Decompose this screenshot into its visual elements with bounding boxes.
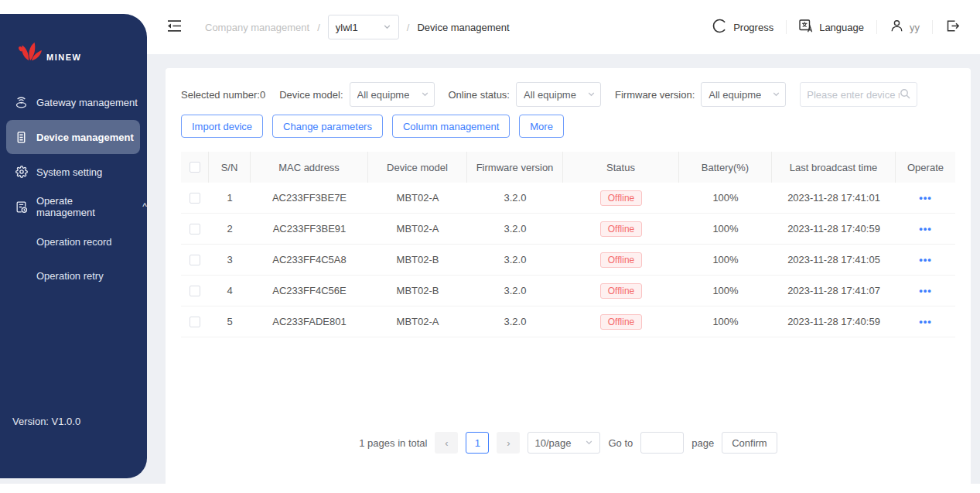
sidebar-subitem-label: Operation record xyxy=(36,236,112,248)
device-search-box xyxy=(800,82,917,107)
goto-label: Go to xyxy=(608,437,633,449)
more-actions-icon[interactable]: ••• xyxy=(919,316,932,327)
breadcrumb-root: Company management xyxy=(205,22,309,33)
header-sn: S/N xyxy=(209,152,251,183)
cell-last-broadcast-time: 2023-11-28 17:41:05 xyxy=(772,245,896,275)
divider xyxy=(786,20,787,34)
row-checkbox[interactable] xyxy=(190,193,200,204)
header-device-model: Device model xyxy=(368,152,467,183)
page-number-1[interactable]: 1 xyxy=(466,432,489,454)
total-pages-label: 1 pages in total xyxy=(359,437,427,449)
sidebar-item-gateway-management[interactable]: Gateway management xyxy=(0,85,147,119)
cell-mac-address: AC233FF4C56E xyxy=(251,276,368,306)
topbar-actions: Progress Language yy xyxy=(712,18,960,36)
cell-mac-address: AC233FF3BE7E xyxy=(251,183,368,213)
more-actions-icon[interactable]: ••• xyxy=(919,192,932,204)
row-checkbox[interactable] xyxy=(190,317,200,327)
firmware-version-select[interactable]: All equipme xyxy=(701,82,786,107)
change-parameters-button[interactable]: Change parameters xyxy=(272,115,383,138)
status-badge: Offline xyxy=(600,314,642,330)
cell-battery: 100% xyxy=(679,306,772,337)
cell-firmware-version: 3.2.0 xyxy=(467,245,563,275)
operation-record-icon xyxy=(15,200,28,214)
confirm-button[interactable]: Confirm xyxy=(722,432,777,454)
filter-bar: Selected number:0 Device model: All equi… xyxy=(181,82,955,107)
cell-sn: 4 xyxy=(209,276,251,306)
page-size-select[interactable]: 10/page xyxy=(528,432,600,454)
table-row: 1 AC233FF3BE7E MBT02-A 3.2.0 Offline 100… xyxy=(181,183,955,214)
more-actions-icon[interactable]: ••• xyxy=(919,254,932,265)
cell-last-broadcast-time: 2023-11-28 17:40:59 xyxy=(772,306,896,337)
sidebar-item-label: Gateway management xyxy=(36,97,138,108)
online-status-select[interactable]: All equipme xyxy=(516,82,601,107)
firmware-version-value: All equipme xyxy=(709,89,761,101)
sidebar-subitem-operation-retry[interactable]: Operation retry xyxy=(0,258,147,293)
row-checkbox[interactable] xyxy=(190,255,200,265)
select-all-checkbox[interactable] xyxy=(190,162,200,173)
cell-firmware-version: 3.2.0 xyxy=(467,276,563,306)
breadcrumb-current: Device management xyxy=(417,22,509,33)
topbar: Company management / ylwl1 / Device mana… xyxy=(0,0,980,54)
cell-sn: 3 xyxy=(209,245,251,275)
cell-sn: 5 xyxy=(209,306,251,337)
cell-sn: 1 xyxy=(209,183,251,213)
header-battery: Battery(%) xyxy=(679,152,772,183)
username: yy xyxy=(910,22,920,33)
gear-icon xyxy=(15,166,28,178)
cell-firmware-version: 3.2.0 xyxy=(467,306,563,337)
cell-firmware-version: 3.2.0 xyxy=(467,183,563,213)
selected-number-label: Selected number:0 xyxy=(181,89,265,101)
cell-device-model: MBT02-B xyxy=(368,276,467,306)
progress-button[interactable]: Progress xyxy=(712,18,773,36)
cell-firmware-version: 3.2.0 xyxy=(467,214,563,244)
translate-icon xyxy=(799,19,814,36)
sidebar: MINEW Gateway management Device manag xyxy=(0,14,147,478)
device-model-value: All equipme xyxy=(357,89,410,101)
sidebar-item-operate-management[interactable]: Operate management^ xyxy=(0,190,147,224)
collapse-sidebar-button[interactable] xyxy=(167,19,182,35)
minew-logo-icon xyxy=(17,39,43,65)
prev-page-button[interactable]: ‹ xyxy=(435,432,458,454)
status-badge: Offline xyxy=(600,283,642,299)
logout-button[interactable] xyxy=(945,19,960,36)
device-model-select[interactable]: All equipme xyxy=(350,82,435,107)
more-button[interactable]: More xyxy=(519,115,564,138)
cell-battery: 100% xyxy=(679,214,772,244)
divider xyxy=(932,20,933,34)
row-checkbox[interactable] xyxy=(190,286,200,296)
sidebar-subitem-operation-record[interactable]: Operation record xyxy=(0,224,147,258)
header-last-broadcast-time: Last broadcast time xyxy=(772,152,896,183)
header-operate: Operate xyxy=(896,152,955,183)
device-search-input[interactable] xyxy=(807,89,900,101)
user-menu[interactable]: yy xyxy=(890,19,920,36)
table-row: 4 AC233FF4C56E MBT02-B 3.2.0 Offline 100… xyxy=(181,276,955,306)
column-management-button[interactable]: Column management xyxy=(392,115,510,138)
user-icon xyxy=(890,19,904,36)
status-badge: Offline xyxy=(600,190,642,206)
device-management-panel: Selected number:0 Device model: All equi… xyxy=(166,68,971,493)
language-button[interactable]: Language xyxy=(799,19,864,36)
breadcrumb: Company management / ylwl1 / Device mana… xyxy=(205,15,510,39)
more-actions-icon[interactable]: ••• xyxy=(919,285,932,296)
goto-page-input[interactable] xyxy=(640,432,684,454)
sidebar-item-label: Operate management xyxy=(36,195,133,218)
row-checkbox[interactable] xyxy=(190,224,200,235)
company-select[interactable]: ylwl1 xyxy=(328,15,399,39)
chevron-down-icon xyxy=(772,89,780,101)
table-row: 5 AC233FADE801 MBT02-A 3.2.0 Offline 100… xyxy=(181,306,955,337)
import-device-button[interactable]: Import device xyxy=(181,115,263,138)
cell-battery: 100% xyxy=(679,276,772,306)
breadcrumb-separator: / xyxy=(407,22,410,33)
search-icon[interactable] xyxy=(900,88,910,101)
more-actions-icon[interactable]: ••• xyxy=(919,223,932,235)
sidebar-item-system-setting[interactable]: System setting xyxy=(0,155,147,189)
sidebar-item-device-management[interactable]: Device management xyxy=(6,120,140,154)
version-label: Version: V1.0.0 xyxy=(12,416,80,427)
gateway-icon xyxy=(15,96,28,109)
logout-icon xyxy=(945,19,960,36)
table-row: 2 AC233FF3BE91 MBT02-A 3.2.0 Offline 100… xyxy=(181,214,955,245)
header-mac-address: MAC address xyxy=(251,152,368,183)
collapse-caret-icon: ^ xyxy=(142,201,147,212)
next-page-button[interactable]: › xyxy=(497,432,520,454)
cell-mac-address: AC233FADE801 xyxy=(251,306,368,337)
